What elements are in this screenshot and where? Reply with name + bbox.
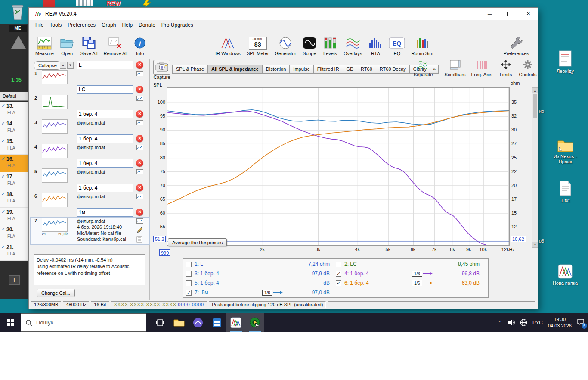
levels-button[interactable]: Levels bbox=[320, 32, 340, 56]
desktop-icon-fragment-striped[interactable] bbox=[76, 0, 93, 6]
notes-icon[interactable] bbox=[136, 236, 142, 243]
scroll-down-arrow[interactable]: ▼ bbox=[532, 242, 538, 247]
start-button[interactable] bbox=[0, 313, 21, 332]
measurement-thumbnail[interactable] bbox=[42, 119, 68, 135]
taskbar-explorer[interactable] bbox=[170, 313, 189, 332]
legend-checkbox[interactable] bbox=[336, 262, 341, 267]
save-all-button[interactable]: Save All bbox=[77, 32, 101, 56]
right-axis-bottom-limit[interactable]: 10,62 bbox=[511, 236, 526, 242]
trace-settings-icon[interactable] bbox=[136, 120, 143, 126]
desktop-icon-1txt[interactable]: 1.txt bbox=[547, 180, 584, 203]
spl-meter-button[interactable]: dB SPL 83 SPL Meter bbox=[244, 32, 272, 56]
eq-button[interactable]: EQ EQ bbox=[386, 32, 408, 56]
capture-button[interactable] bbox=[153, 60, 170, 75]
background-track-item[interactable]: ✓21.FLA bbox=[0, 243, 29, 261]
scope-button[interactable]: Scope bbox=[299, 32, 320, 56]
trace-settings-icon[interactable] bbox=[136, 71, 143, 77]
freq-left-limit[interactable]: 999 bbox=[159, 249, 170, 256]
legend-checkbox[interactable]: ✓ bbox=[336, 271, 341, 277]
measurement-name-input[interactable] bbox=[77, 61, 133, 69]
delete-measurement-button[interactable]: × bbox=[136, 110, 143, 118]
language-indicator[interactable]: РУС bbox=[532, 320, 543, 326]
background-track-item[interactable]: ✓15.FLA bbox=[0, 137, 29, 155]
measurement-thumbnail[interactable] bbox=[42, 168, 68, 184]
background-track-item[interactable]: ✓20.FLA bbox=[0, 225, 29, 243]
recycle-bin-icon[interactable] bbox=[10, 2, 25, 22]
trace-settings-icon[interactable] bbox=[136, 218, 143, 224]
measurement-entry[interactable]: ×3фильтр.mdat bbox=[31, 109, 149, 134]
background-track-item[interactable]: ✓14.FLA bbox=[0, 119, 29, 137]
desktop-icon-fragment-lightning[interactable] bbox=[142, 0, 152, 7]
measurement-entry[interactable]: ×4фильтр.mdat bbox=[31, 134, 149, 158]
background-track-item[interactable]: ✓13.FLA bbox=[0, 102, 29, 119]
desktop-icon-nexus-folder[interactable]: Из Nexus - Ярлик bbox=[547, 139, 584, 164]
controls-tool[interactable]: Controls bbox=[514, 59, 541, 77]
graph-tab-filtered-ir[interactable]: Filtered IR bbox=[314, 65, 343, 74]
measurement-entry[interactable]: ×5фильтр.mdat bbox=[31, 158, 149, 183]
room-sim-button[interactable]: Room Sim bbox=[408, 32, 436, 56]
legend-trace-label[interactable]: 3: 1 бер. 4 bbox=[195, 271, 259, 277]
graph-tab-spl-phase[interactable]: SPL & Phase bbox=[172, 65, 208, 74]
legend-checkbox[interactable] bbox=[186, 262, 192, 267]
vertical-scrollbar[interactable]: ▲ ▼ bbox=[532, 87, 538, 248]
measurement-thumbnail[interactable] bbox=[42, 193, 68, 209]
measurement-name-input[interactable] bbox=[77, 208, 133, 217]
desktop-icon-fragment-rew-label[interactable]: REW bbox=[106, 0, 121, 7]
freq-axis-tool[interactable]: Freq. Axis bbox=[468, 59, 495, 77]
delete-measurement-button[interactable]: × bbox=[136, 159, 143, 167]
background-app-add-button[interactable]: + bbox=[9, 275, 20, 285]
overlays-button[interactable]: Overlays bbox=[340, 32, 365, 56]
spl-bottom-limit[interactable]: 51,2 bbox=[153, 236, 166, 242]
menu-tools[interactable]: Tools bbox=[46, 21, 65, 29]
chart-plot[interactable] bbox=[167, 87, 510, 246]
legend-checkbox[interactable] bbox=[186, 271, 192, 277]
desktop-icon-fragment-red[interactable] bbox=[43, 0, 55, 7]
scrollbar-thumb[interactable] bbox=[533, 94, 537, 118]
delete-measurement-button[interactable]: × bbox=[136, 61, 143, 69]
legend-trace-label[interactable]: 7: .5м bbox=[195, 290, 259, 296]
graph-tab-distortion[interactable]: Distortion bbox=[263, 65, 290, 74]
background-app-tab[interactable]: Defaul bbox=[0, 92, 29, 101]
smoothing-control[interactable]: 1/6 bbox=[262, 290, 283, 296]
legend-trace-label[interactable]: 5: 1 бер. 4 bbox=[195, 280, 259, 286]
scroll-up-arrow[interactable]: ▲ bbox=[532, 88, 538, 93]
measurement-thumbnail[interactable] bbox=[42, 70, 68, 86]
menu-graph[interactable]: Graph bbox=[99, 21, 119, 29]
delete-measurement-button[interactable]: × bbox=[136, 184, 143, 191]
volume-icon[interactable] bbox=[508, 319, 515, 326]
notification-center-button[interactable]: 5 bbox=[577, 318, 585, 327]
measurement-entry[interactable]: ×72120,0kфильтр.mdat4 бер. 2026 19:18:40… bbox=[31, 207, 149, 244]
menu-donate[interactable]: Donate bbox=[136, 21, 158, 29]
legend-checkbox[interactable]: ✓ bbox=[336, 280, 341, 286]
pencil-icon[interactable] bbox=[136, 227, 143, 233]
legend-checkbox[interactable] bbox=[186, 280, 192, 286]
ir-windows-button[interactable]: IR Windows bbox=[212, 32, 244, 56]
scrollbars-tool[interactable]: Scrollbars bbox=[442, 59, 468, 77]
smoothing-control[interactable]: 1/6 bbox=[412, 271, 433, 277]
maximize-button[interactable] bbox=[499, 8, 519, 20]
panel-mini-button-up[interactable]: ▲ bbox=[60, 62, 66, 69]
measure-button[interactable]: Measure bbox=[32, 32, 57, 56]
average-responses-button[interactable]: Average the Responses bbox=[168, 238, 227, 246]
info-button[interactable]: i Info bbox=[130, 32, 149, 56]
open-button[interactable]: Open bbox=[57, 32, 77, 56]
measurement-name-input[interactable] bbox=[77, 134, 133, 143]
graph-tab-gd[interactable]: GD bbox=[343, 65, 358, 74]
trace-settings-icon[interactable] bbox=[136, 169, 143, 175]
measurement-entry[interactable]: ×2 bbox=[31, 84, 149, 109]
smoothing-control[interactable]: 1/6 bbox=[412, 280, 433, 286]
menu-file[interactable]: File bbox=[32, 21, 46, 29]
task-view-button[interactable] bbox=[151, 313, 170, 332]
legend-trace-label[interactable]: 2: LC bbox=[344, 261, 409, 267]
panel-mini-button-down[interactable]: ▼ bbox=[67, 62, 74, 69]
titlebar[interactable]: REW V5.20.4 ─ × bbox=[29, 8, 538, 20]
desktop-icon-leonidu[interactable]: Леоніду bbox=[547, 50, 584, 74]
taskbar-search[interactable]: Пошук bbox=[21, 313, 146, 332]
trace-settings-icon[interactable] bbox=[136, 144, 143, 150]
legend-trace-label[interactable]: 4: 1 бер. 4 bbox=[344, 271, 409, 277]
menu-help[interactable]: Help bbox=[119, 21, 136, 29]
background-track-item[interactable]: ✓19.FLA bbox=[0, 208, 29, 225]
graph-tab-all-spl-impedance[interactable]: All SPL & Impedance bbox=[208, 65, 263, 74]
trace-settings-icon[interactable] bbox=[136, 193, 143, 199]
generator-button[interactable]: Generator bbox=[272, 32, 299, 56]
